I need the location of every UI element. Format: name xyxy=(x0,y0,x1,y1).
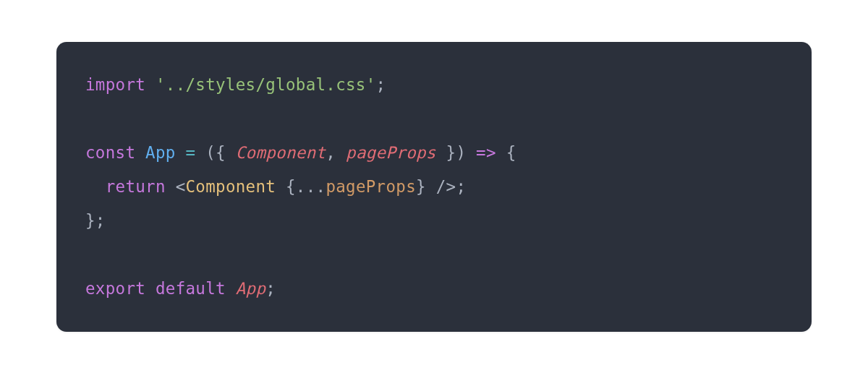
semicolon: ; xyxy=(456,177,466,196)
jsx-component: Component xyxy=(186,177,276,196)
string-path: '../styles/global.css' xyxy=(156,75,376,94)
keyword-import: import xyxy=(85,75,145,94)
jsx-lt: < xyxy=(176,177,186,196)
spread-dots: ... xyxy=(296,177,326,196)
space xyxy=(166,177,176,196)
brace-close: } xyxy=(85,211,95,230)
indent xyxy=(85,177,106,196)
code-line: const App = ({ Component, pageProps }) =… xyxy=(85,143,516,162)
keyword-export: export xyxy=(85,279,145,298)
code-container: import '../styles/global.css'; const App… xyxy=(56,42,812,332)
keyword-const: const xyxy=(85,143,135,162)
param-component: Component xyxy=(236,143,326,162)
jsx-brace-open: { xyxy=(286,177,296,196)
identifier-app: App xyxy=(145,143,176,162)
code-block: import '../styles/global.css'; const App… xyxy=(85,68,783,306)
jsx-self-close: /> xyxy=(426,177,456,196)
jsx-brace-close: } xyxy=(416,177,426,196)
arrow: => xyxy=(466,143,506,162)
brace-open: { xyxy=(506,143,516,162)
param-pageprops: pageProps xyxy=(346,143,436,162)
code-line: }; xyxy=(85,211,106,230)
code-line: import '../styles/global.css'; xyxy=(85,75,386,94)
semicolon: ; xyxy=(376,75,386,94)
equals: = xyxy=(176,143,206,162)
space xyxy=(336,143,346,162)
spread-var: pageProps xyxy=(326,177,416,196)
paren-close: }) xyxy=(436,143,467,162)
comma: , xyxy=(326,143,336,162)
identifier-app-export: App xyxy=(236,279,266,298)
keyword-default: default xyxy=(156,279,226,298)
code-line: return <Component {...pageProps} />; xyxy=(85,177,466,196)
keyword-return: return xyxy=(106,177,166,196)
code-line: export default App; xyxy=(85,279,276,298)
semicolon: ; xyxy=(95,211,106,230)
paren-open: ({ xyxy=(205,143,236,162)
semicolon: ; xyxy=(265,279,276,298)
space xyxy=(276,177,286,196)
